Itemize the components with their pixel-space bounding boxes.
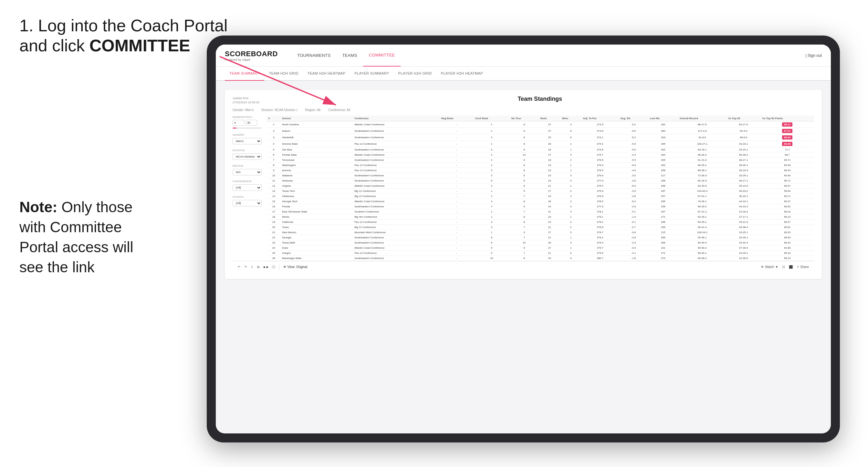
cell-school[interactable]: Oregon (280, 251, 353, 256)
cell-school[interactable]: Auburn (280, 128, 353, 134)
cell-rnds: 24 (539, 220, 560, 225)
cell-school[interactable]: Arizona State (280, 141, 353, 147)
cell-overall: 63-15-1 (678, 147, 726, 152)
cell-reg-rank: - (440, 168, 473, 173)
sub-nav-team-h2h-grid[interactable]: TEAM H2H GRID (264, 66, 303, 81)
cell-school[interactable]: North Carolina (280, 121, 353, 128)
cell-conference: Pac-12 Conference (353, 251, 440, 256)
nav-committee[interactable]: COMMITTEE (363, 44, 401, 66)
sub-nav-player-h2h-grid[interactable]: PLAYER H2H GRID (394, 66, 436, 81)
min-rounds-min-input[interactable] (232, 120, 244, 126)
share-btn[interactable]: ⇧ Share (797, 265, 809, 269)
cell-rnds: 23 (539, 173, 560, 178)
cell-adj-par: 278.7 (582, 230, 619, 235)
sub-nav-player-summary[interactable]: PLAYER SUMMARY (350, 66, 394, 81)
cell-school[interactable]: Ole Miss (280, 147, 353, 152)
cell-rank: 3 (267, 134, 280, 141)
cell-school[interactable]: Tennessee (280, 158, 353, 163)
cell-school[interactable]: California (280, 220, 353, 225)
region-select[interactable]: N/A (232, 169, 262, 175)
cell-overall: 97-01-1 (678, 194, 726, 199)
view-original-btn[interactable]: 👁 View: Original (283, 265, 308, 269)
cell-points: 62.98 (761, 245, 814, 251)
table-row: 14 Oklahoma Big 12 Conference - 2 7 24 2… (267, 194, 814, 199)
toolbar-icon1[interactable]: ☷ (782, 265, 785, 269)
cell-school[interactable]: Alabama (280, 173, 353, 178)
table-row: 9 Arizona Pac-12 Conference - 3 8 23 1 2… (267, 168, 814, 173)
cell-rnds: 24 (539, 194, 560, 199)
cell-school[interactable]: Texas A&M (280, 240, 353, 245)
table-row: 23 Texas A&M Southeastern Conference - 9… (267, 240, 814, 245)
app-header: SCOREBOARD Powered by clippd TOURNAMENTS… (216, 44, 831, 66)
cell-overall: 61-21-0 (678, 158, 726, 163)
cell-school[interactable]: Mississippi State (280, 256, 353, 261)
cell-adj-par: 274.1 (582, 134, 619, 141)
min-rounds-label: Minimum Rou... (232, 116, 262, 119)
cell-reg-rank: - (440, 245, 473, 251)
sub-nav-team-h2h-heatmap[interactable]: TEAM H2H HEATMAP (303, 66, 350, 81)
update-time-label: Update time: (232, 96, 259, 100)
cell-school[interactable]: Illinois (280, 214, 353, 220)
cell-rank: 6 (267, 152, 280, 158)
cell-wins: 2 (560, 158, 582, 163)
cell-school[interactable]: Vanderbilt (280, 134, 353, 141)
cell-school[interactable]: New Mexico (280, 230, 353, 235)
cell-school[interactable]: Arkansas (280, 178, 353, 183)
toolbar-download[interactable]: ⇩ (251, 265, 253, 269)
sub-nav-team-summary[interactable]: TEAM SUMMARY (225, 66, 264, 81)
cell-wins: 2 (560, 194, 582, 199)
cell-school[interactable]: Arizona (280, 168, 353, 173)
school-select[interactable]: (All) (232, 200, 262, 206)
cell-overall: 87-21-2 (678, 209, 726, 214)
toolbar-more[interactable]: ■ ■ (263, 265, 268, 269)
cell-wins: 0 (560, 251, 582, 256)
cell-adj-par: 273.6 (582, 128, 619, 134)
cell-overall: 59-41-4 (678, 225, 726, 230)
cell-school[interactable]: Duke (280, 245, 353, 251)
cell-low-rd: 268 (648, 168, 678, 173)
toolbar-copy[interactable]: ⧉ (257, 265, 259, 269)
cell-conf-rank: 4 (473, 158, 510, 163)
cell-rnds: 21 (539, 235, 560, 240)
cell-vs25: 30-15-1 (726, 194, 761, 199)
cell-school[interactable]: Virginia (280, 183, 353, 189)
cell-school[interactable]: Florida (280, 204, 353, 209)
cell-school[interactable]: Washington (280, 163, 353, 168)
nav-teams[interactable]: TEAMS (336, 44, 363, 66)
cell-conference: Big 12 Conference (353, 189, 440, 194)
conference-select[interactable]: (All) (232, 184, 262, 191)
cell-school[interactable]: Georgia Tech (280, 199, 353, 204)
cell-rnds: 21 (539, 251, 560, 256)
cell-adj-par: 276.9 (582, 189, 619, 194)
cell-no-tour: 7 (510, 225, 539, 230)
cell-school[interactable]: Oklahoma (280, 194, 353, 199)
min-rounds-slider[interactable] (232, 127, 262, 129)
standings-table-container: # School Conference Reg Rank Conf Rank N… (267, 116, 814, 261)
gender-select[interactable]: Men's (232, 138, 262, 144)
sign-out-link[interactable]: | Sign out (806, 53, 822, 58)
cell-school[interactable]: Texas Tech (280, 189, 353, 194)
nav-tournaments[interactable]: TOURNAMENTS (291, 44, 336, 66)
sub-nav: TEAM SUMMARY TEAM H2H GRID TEAM H2H HEAT… (216, 66, 831, 81)
cell-school[interactable]: Florida State (280, 152, 353, 158)
cell-overall: 62-25-1 (678, 214, 726, 220)
toolbar-info[interactable]: ⓘ (272, 265, 275, 269)
cell-school[interactable]: East Tennessee State (280, 209, 353, 214)
division-select[interactable]: NCAA Division I (232, 153, 262, 160)
sub-nav-player-h2h-heatmap[interactable]: PLAYER H2H HEATMAP (436, 66, 488, 81)
cell-points: 66.71 (761, 178, 814, 183)
cell-low-rd: 268 (648, 183, 678, 189)
cell-rnds: 27 (539, 230, 560, 235)
cell-adj-par: 278.1 (582, 209, 619, 214)
cell-school[interactable]: Texas (280, 225, 353, 230)
toolbar-redo[interactable]: ↷ (244, 265, 247, 269)
watch-btn[interactable]: 👁 Watch ▼ (761, 265, 778, 269)
min-rounds-max-input[interactable] (246, 120, 257, 126)
table-row: 22 Georgia Southeastern Conference - 8 7… (267, 235, 814, 240)
filters-panel: Minimum Rou... (232, 116, 262, 261)
cell-conference: Pac-12 Conference (353, 141, 440, 147)
cell-school[interactable]: Georgia (280, 235, 353, 240)
region-value: All (317, 108, 320, 112)
toolbar-fullscreen[interactable]: ⬛ (789, 265, 793, 269)
toolbar-undo[interactable]: ↶ (238, 265, 240, 269)
